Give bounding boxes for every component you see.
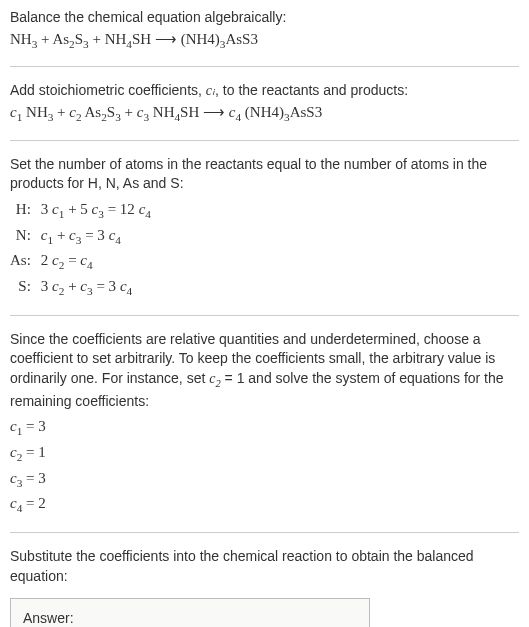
var-c2: c2	[209, 371, 220, 386]
divider	[10, 140, 519, 141]
divider	[10, 66, 519, 67]
unbalanced-equation: NH3 + As2S3 + NH4SH ⟶ (NH4)3AsS3	[10, 28, 519, 53]
coefficient-list: c1 = 3 c2 = 1 c3 = 3 c4 = 2	[10, 415, 519, 518]
coeff-value: c2 = 1	[10, 441, 519, 467]
answer-label: Answer:	[23, 609, 357, 627]
solve-text: Since the coefficients are relative quan…	[10, 330, 519, 411]
coeff-value: c4 = 2	[10, 492, 519, 518]
section-balance-intro: Balance the chemical equation algebraica…	[10, 8, 519, 52]
divider	[10, 315, 519, 316]
element-equation: c1 + c3 = 3 c4	[41, 224, 157, 250]
table-row: As: 2 c2 = c4	[10, 249, 157, 275]
section-stoichiometric: Add stoichiometric coefficients, cᵢ, to …	[10, 81, 519, 125]
divider	[10, 532, 519, 533]
section-solve: Since the coefficients are relative quan…	[10, 330, 519, 518]
element-equation: 3 c1 + 5 c3 = 12 c4	[41, 198, 157, 224]
section-substitute: Substitute the coefficients into the che…	[10, 547, 519, 586]
substitute-title: Substitute the coefficients into the che…	[10, 547, 519, 586]
element-equation: 2 c2 = c4	[41, 249, 157, 275]
table-row: N: c1 + c3 = 3 c4	[10, 224, 157, 250]
answer-box: Answer: 3 NH3 + As2S3 + 3 NH4SH ⟶ 2 (NH4…	[10, 598, 370, 627]
atoms-title: Set the number of atoms in the reactants…	[10, 155, 519, 194]
element-label: H:	[10, 198, 41, 224]
stoich-title: Add stoichiometric coefficients, cᵢ, to …	[10, 81, 519, 101]
atom-equation-table: H: 3 c1 + 5 c3 = 12 c4 N: c1 + c3 = 3 c4…	[10, 198, 157, 301]
balance-title: Balance the chemical equation algebraica…	[10, 8, 519, 28]
element-label: S:	[10, 275, 41, 301]
element-label: As:	[10, 249, 41, 275]
coeff-value: c1 = 3	[10, 415, 519, 441]
element-equation: 3 c2 + c3 = 3 c4	[41, 275, 157, 301]
table-row: S: 3 c2 + c3 = 3 c4	[10, 275, 157, 301]
section-atom-equations: Set the number of atoms in the reactants…	[10, 155, 519, 301]
stoich-equation: c1 NH3 + c2 As2S3 + c3 NH4SH ⟶ c4 (NH4)3…	[10, 101, 519, 126]
var-ci: cᵢ	[206, 83, 215, 98]
table-row: H: 3 c1 + 5 c3 = 12 c4	[10, 198, 157, 224]
coeff-value: c3 = 3	[10, 467, 519, 493]
element-label: N:	[10, 224, 41, 250]
